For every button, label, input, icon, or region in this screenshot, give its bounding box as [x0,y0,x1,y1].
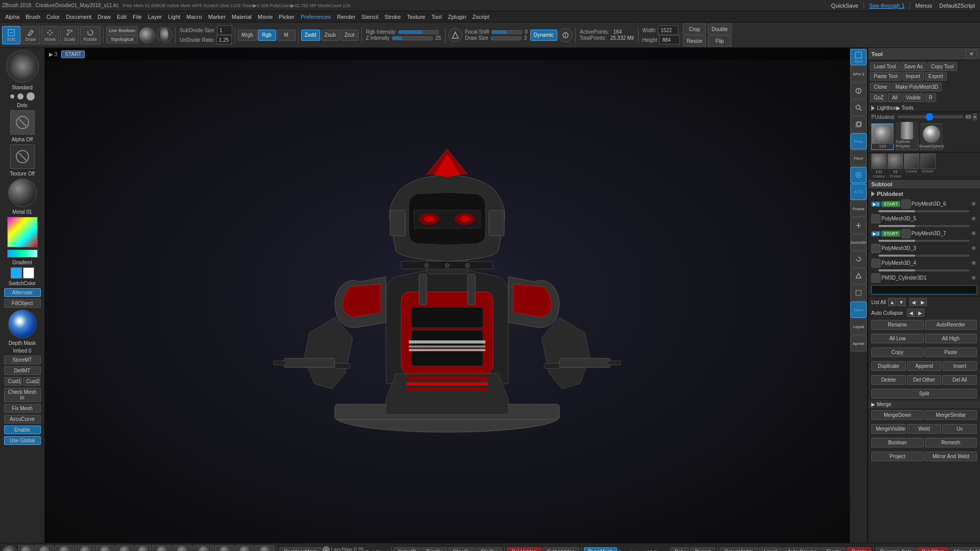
mini-thumb-1[interactable]: 131 Creatur [871,154,887,178]
menu-stencil[interactable]: Stencil [358,13,381,21]
subtool-eye-4[interactable]: 👁 [971,245,977,252]
transp2-btn[interactable] [850,285,867,301]
boolean-btn[interactable]: Boolean [871,438,924,447]
menu-stroke[interactable]: Stroke [381,13,404,21]
mini-thumb-3[interactable]: Creatur [904,154,919,178]
quick-save-btn[interactable]: QuickSave [828,2,861,10]
start-btn[interactable]: START [61,51,85,58]
del-other-btn[interactable]: Del Other [907,375,942,385]
brush-snakec[interactable]: SnakeC [173,545,192,552]
subtool-mini-slider-3[interactable] [878,240,970,242]
visible-btn[interactable]: Visible [902,93,924,102]
crop-btn[interactable]: Crop [683,23,706,35]
menu-brush[interactable]: Brush [22,13,43,21]
zadd-btn[interactable]: Zadd [301,30,320,41]
menu-macro[interactable]: Macro [183,13,205,21]
subtool-mini-slider-1[interactable] [878,210,970,212]
menu-light[interactable]: Light [165,13,183,21]
copy-tool-btn[interactable]: Copy Tool [927,62,957,71]
del-other-bottom-btn[interactable]: Del Other [917,547,948,552]
close-panel-btn[interactable]: ✕ [966,49,977,58]
merge-section[interactable]: ▶ Merge [868,400,980,408]
dynamic-btn[interactable]: Dynamic [530,30,557,41]
best-btn[interactable]: Best [850,49,867,65]
thumb-cylinder[interactable]: Cylinde PolyMe [896,123,918,150]
poly-btn[interactable]: Poly [670,547,689,552]
goz-btn[interactable]: GoZ [870,93,887,102]
subtool-mini-slider-2[interactable] [878,225,970,227]
subtool-start-2[interactable]: START [881,231,900,237]
menu-zplugin[interactable]: Zplugin [445,13,469,21]
cust2-btn[interactable]: Cust2 [23,377,40,386]
subtool-expand-arrow[interactable] [871,191,875,196]
subtool-cylinder[interactable]: PM3D_Cylinder3D1 👁 [868,272,980,284]
all-btn[interactable]: All [888,93,901,102]
move-icon-btn[interactable] [850,217,867,234]
slice-cu-btn[interactable]: SliceCu [448,547,475,552]
polyf-btn[interactable] [850,268,867,284]
clone-btn[interactable]: Clone [870,83,891,91]
spix-btn[interactable]: SPix 3 [850,66,867,82]
dynamic-solo-btn[interactable]: Dynamic Solo [876,547,917,552]
subtool-eye-1[interactable]: 👁 [971,201,977,208]
transp-btn[interactable] [850,116,867,133]
subtool-eye-3[interactable]: 👁 [971,230,977,237]
project-dyna-btn[interactable]: Project [690,547,715,552]
subtool-polymesh3d5[interactable]: PolyMesh3D_5 👁 [868,213,980,224]
local-btn[interactable] [850,167,867,183]
brush-snakecl[interactable]: SnakeCl [193,545,214,552]
zoom-btn[interactable] [850,99,867,116]
subtool-polymesh3d3[interactable]: PolyMesh3D_3 👁 [868,243,980,254]
menu-marker[interactable]: Marker [205,13,229,21]
delete-bottom-btn[interactable]: Delete [847,547,871,552]
duplicate-btn[interactable]: Duplicate [871,361,906,371]
del-all-btn[interactable]: Del All [942,375,977,385]
brush-rugasb[interactable]: RugasB [215,545,234,552]
lazy-circle[interactable] [323,546,330,552]
paste-btn[interactable]: Paste [925,347,977,357]
elastic-btn[interactable]: Elastic [822,547,846,552]
frame-btn[interactable]: Frame [850,201,867,217]
remesh-btn[interactable]: Remesh [925,438,977,447]
z-icon-1[interactable] [448,28,462,42]
rgb-intensity-slider[interactable] [398,30,439,34]
pudodest-r-btn[interactable]: R [973,113,977,120]
z-icon-2[interactable] [558,28,573,42]
z-intensity-slider[interactable] [392,36,433,40]
mirror-weld-btn[interactable]: Mirror And Weld [925,452,977,461]
accu-curve-btn[interactable]: AccuCurve [4,415,41,423]
subtool-mini-slider-5[interactable] [878,269,970,271]
menu-movie[interactable]: Movie [255,13,276,21]
subtool-eye-6[interactable]: 👁 [971,274,977,282]
all-low-btn[interactable]: All Low [871,334,924,343]
edit-btn[interactable]: Edit [2,26,20,44]
delete-btn[interactable]: Delete [871,375,906,385]
subtool-name-input[interactable] [871,285,977,294]
depth-sphere[interactable] [8,310,37,338]
swatch-1[interactable] [11,267,22,279]
subtool-mini-slider-4[interactable] [878,255,970,257]
subtool-eye-5[interactable]: 👁 [971,260,977,267]
paste-tool-btn[interactable]: Paste Tool [870,72,901,81]
backface-mask-btn[interactable]: BackfaceMask [279,547,322,552]
flip-btn[interactable]: Flip [708,35,731,46]
split-btn[interactable]: Split [871,389,977,398]
brush-dam-st[interactable]: Dam_St [75,545,95,552]
perp-btn[interactable]: Perp [850,133,867,149]
check-mesh-btn[interactable]: Check Mesh In [4,388,41,402]
brush-monster[interactable]: Monster [255,545,275,552]
copy-btn[interactable]: Copy [871,347,924,357]
swatch-2[interactable] [23,267,34,279]
trim-cu-btn[interactable]: TrimCu [422,547,447,552]
all-high-btn[interactable]: All High [925,334,977,343]
topological-btn[interactable]: Topological [106,35,138,43]
merge-visible-btn[interactable]: MergeVisible [871,424,906,434]
menu-texture[interactable]: Texture [404,13,428,21]
brush-move[interactable]: Move [18,545,34,552]
brush-trimdy[interactable]: TrimDy [115,545,133,552]
list-arrow-right[interactable]: ▶ [919,298,927,306]
thumb-main[interactable]: 133 [871,123,894,150]
pudodest-slider[interactable] [897,115,963,118]
menu-layer[interactable]: Layer [145,13,165,21]
zsub-btn[interactable]: Zsub [321,30,339,41]
